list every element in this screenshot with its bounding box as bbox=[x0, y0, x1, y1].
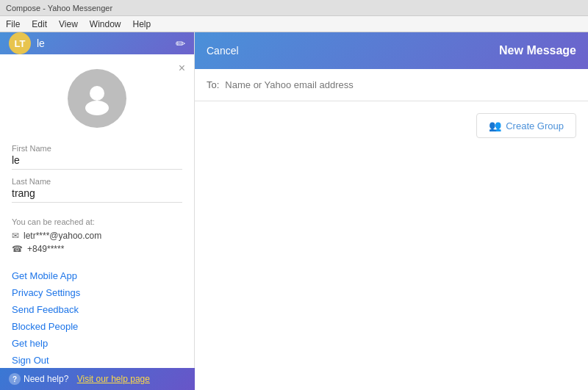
edit-icon[interactable]: ✏ bbox=[176, 37, 185, 51]
last-name-group: Last Name trang bbox=[12, 177, 182, 203]
email-item: ✉ letr****@yahoo.com bbox=[12, 231, 182, 241]
blocked-people-link[interactable]: Blocked People bbox=[12, 321, 182, 332]
phone-item: ☎ +849***** bbox=[12, 244, 182, 254]
avatar-icon bbox=[79, 80, 115, 117]
close-button[interactable]: × bbox=[179, 62, 185, 75]
email-icon: ✉ bbox=[12, 231, 19, 241]
to-field-row: To: bbox=[195, 69, 588, 101]
message-body: 👥 Create Group bbox=[195, 101, 588, 390]
phone-icon: ☎ bbox=[12, 244, 23, 254]
to-input[interactable] bbox=[225, 79, 576, 90]
privacy-settings-link[interactable]: Privacy Settings bbox=[12, 287, 182, 298]
left-panel-header: LT le ✏ bbox=[0, 32, 194, 54]
avatar-large bbox=[68, 69, 126, 128]
to-label: To: bbox=[207, 79, 219, 90]
create-group-button[interactable]: 👥 Create Group bbox=[476, 113, 576, 138]
cancel-button[interactable]: Cancel bbox=[207, 45, 239, 57]
last-name-label: Last Name bbox=[12, 177, 182, 186]
first-name-label: First Name bbox=[12, 144, 182, 153]
send-feedback-link[interactable]: Send Feedback bbox=[12, 304, 182, 315]
contact-section: You can be reached at: ✉ letr****@yahoo.… bbox=[0, 210, 194, 264]
title-bar: Compose - Yahoo Messenger bbox=[0, 0, 588, 16]
email-value: letr****@yahoo.com bbox=[24, 231, 101, 241]
window-title: Compose - Yahoo Messenger bbox=[6, 4, 112, 12]
get-help-link[interactable]: Get help bbox=[12, 338, 182, 349]
menu-help[interactable]: Help bbox=[133, 19, 151, 29]
first-name-value[interactable]: le bbox=[12, 154, 182, 170]
menu-bar: File Edit View Window Help bbox=[0, 16, 588, 32]
avatar-initial: LT bbox=[15, 38, 26, 49]
sign-out-link[interactable]: Sign Out bbox=[12, 355, 182, 366]
menu-view[interactable]: View bbox=[59, 19, 78, 29]
form-section: First Name le Last Name trang bbox=[0, 144, 194, 210]
new-message-title: New Message bbox=[499, 44, 576, 57]
right-panel: Cancel New Message To: 👥 Create Group bbox=[195, 32, 588, 390]
menu-file[interactable]: File bbox=[6, 19, 20, 29]
user-info: LT le bbox=[9, 32, 45, 54]
contact-label: You can be reached at: bbox=[12, 217, 182, 226]
right-header: Cancel New Message bbox=[195, 32, 588, 69]
last-name-value[interactable]: trang bbox=[12, 187, 182, 203]
create-group-icon: 👥 bbox=[489, 120, 501, 131]
get-mobile-app-link[interactable]: Get Mobile App bbox=[12, 270, 182, 281]
svg-point-1 bbox=[85, 101, 109, 115]
phone-value: +849***** bbox=[27, 244, 64, 254]
help-link[interactable]: Visit our help page bbox=[77, 374, 150, 384]
profile-area: × bbox=[0, 54, 194, 144]
menu-window[interactable]: Window bbox=[90, 19, 121, 29]
avatar-small[interactable]: LT bbox=[9, 32, 31, 54]
menu-edit[interactable]: Edit bbox=[32, 19, 47, 29]
left-panel: LT le ✏ × First Name le Last Name bbox=[0, 32, 195, 390]
help-text: Need help? bbox=[24, 374, 68, 384]
create-group-label: Create Group bbox=[506, 120, 564, 131]
help-icon: ? bbox=[9, 373, 21, 385]
help-bar: ? Need help? Visit our help page bbox=[0, 368, 195, 390]
menu-links: Get Mobile App Privacy Settings Send Fee… bbox=[0, 264, 194, 372]
username-label: le bbox=[37, 37, 45, 49]
first-name-group: First Name le bbox=[12, 144, 182, 170]
svg-point-0 bbox=[90, 86, 104, 101]
